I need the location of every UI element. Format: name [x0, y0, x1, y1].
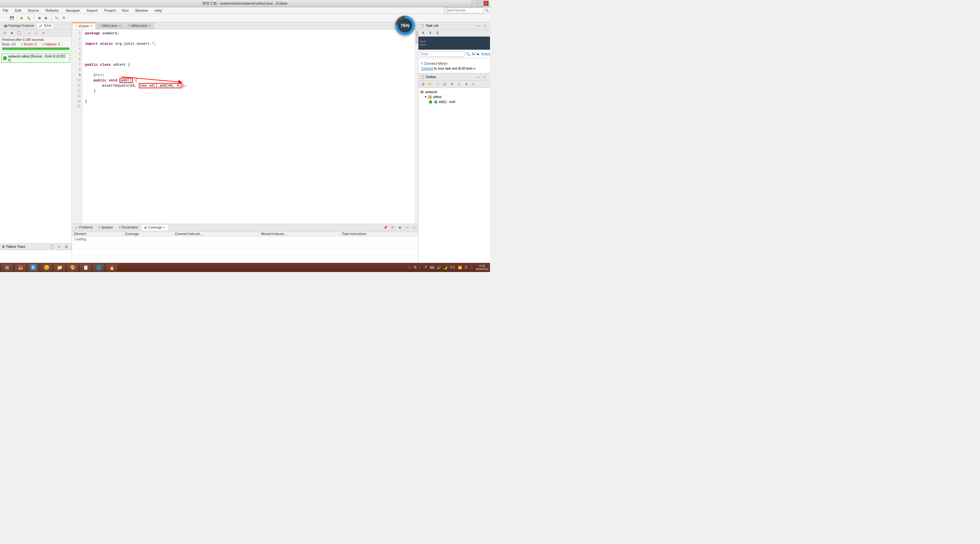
- junit-close-button[interactable]: ✕: [40, 30, 47, 36]
- junit-tests-list[interactable]: ✓ sedwork.sdtest [Runner: JUnit 4] (0.00…: [0, 52, 72, 243]
- mylyn-connect-link[interactable]: Connect: [421, 67, 433, 70]
- menu-search[interactable]: Search: [85, 8, 99, 13]
- code-line-13: [85, 94, 412, 99]
- outline-btn-7[interactable]: ⬇: [463, 81, 469, 88]
- outline-panel: 📋 Outline — □ ⊞ 📂 ↕ 🔗 ⬆ ● ⬇ ≡ 📦: [418, 73, 490, 263]
- tasks-maximize[interactable]: □: [482, 22, 488, 29]
- all-link[interactable]: All: [472, 52, 475, 56]
- activate-link[interactable]: Activate...: [481, 52, 490, 56]
- taskbar-app-eclipse[interactable]: 🌐: [93, 263, 105, 271]
- tasks-btn-3[interactable]: ☰: [434, 30, 441, 36]
- mylyn-find-input[interactable]: [420, 51, 465, 57]
- taskbar-app-folder[interactable]: 📁: [54, 263, 65, 271]
- code-line-7: public class sdtest {: [85, 62, 412, 67]
- tree-item-add[interactable]: m add() : void: [420, 99, 489, 104]
- coverage-pin-button[interactable]: 📌: [382, 224, 389, 231]
- failures-value: 0: [58, 43, 60, 46]
- bottom-tab-declaration[interactable]: ≡ Declaration: [116, 224, 141, 231]
- outline-btn-4[interactable]: 🔗: [441, 81, 448, 88]
- editor-tab-sdttest[interactable]: J sdttest.java ✕: [125, 22, 154, 29]
- tree-item-sdtest[interactable]: ▼ C sdtest: [420, 94, 489, 99]
- sd-java-close[interactable]: ✕: [90, 24, 93, 27]
- junit-test-item[interactable]: ✓ sedwork.sdtest [Runner: JUnit 4] (0.00…: [1, 54, 70, 63]
- close-button[interactable]: ✕: [484, 1, 489, 6]
- settings-button[interactable]: ⚙: [60, 15, 67, 21]
- back-button[interactable]: ◀: [36, 15, 43, 21]
- coverage-maximize-button[interactable]: □: [411, 224, 417, 231]
- menu-source[interactable]: Source: [27, 8, 40, 13]
- coverage-sync-button[interactable]: ⟳: [390, 224, 396, 231]
- sdttest-java-close[interactable]: ✕: [148, 24, 151, 27]
- sdtest-java-close[interactable]: ✕: [119, 24, 121, 27]
- forward-button[interactable]: ▶: [43, 15, 50, 21]
- menu-file[interactable]: File: [1, 8, 10, 13]
- coverage-collapse-button[interactable]: —: [404, 224, 410, 231]
- junit-maximize-button[interactable]: □: [33, 30, 40, 36]
- quick-access-area: 🔍: [444, 8, 489, 13]
- save-button[interactable]: 💾: [8, 15, 15, 21]
- taskbar-app-3[interactable]: 😊: [40, 263, 52, 271]
- taskbar-app-fox[interactable]: 🔥: [106, 263, 118, 271]
- menu-project[interactable]: Project: [103, 8, 117, 13]
- quick-access-input[interactable]: [444, 8, 484, 13]
- taskbar-app-tasks[interactable]: 📋: [80, 263, 91, 271]
- junit-history-button[interactable]: 📋: [16, 30, 22, 36]
- menu-help[interactable]: Help: [153, 8, 163, 13]
- tasks-btn-1[interactable]: ⬆: [420, 30, 426, 36]
- taskbar-app-firefox[interactable]: 🦊: [14, 263, 26, 271]
- outline-maximize[interactable]: □: [482, 74, 488, 80]
- sd-java-label: sd.java: [78, 24, 89, 28]
- minimize-button[interactable]: —: [472, 1, 477, 6]
- new-button[interactable]: 📄: [1, 15, 8, 21]
- javadoc-label: Javadoc: [101, 226, 113, 229]
- menu-refactor[interactable]: Refactor: [45, 8, 61, 13]
- editor-tab-sd[interactable]: J sd.java ✕: [73, 22, 96, 29]
- editor-tab-sdtest[interactable]: J sdtest.java ✕: [96, 22, 124, 29]
- junit-rerun-button[interactable]: ↺: [1, 30, 8, 36]
- taskbar-app-paint[interactable]: 🎨: [67, 263, 78, 271]
- coverage-tab-close[interactable]: ✕: [163, 226, 165, 229]
- junit-sep: [24, 30, 24, 36]
- outline-btn-3[interactable]: ↕: [434, 81, 441, 88]
- coverage-stop-button[interactable]: ■: [396, 224, 403, 231]
- run-button[interactable]: ▶: [19, 15, 25, 21]
- junit-progress-fill: [2, 48, 69, 50]
- tab-junit[interactable]: 🧪 JUnit: [37, 23, 54, 29]
- code-line-5: [85, 52, 412, 57]
- outline-btn-2[interactable]: 📂: [427, 81, 433, 88]
- failure-trace-next-button[interactable]: ⊞: [63, 244, 70, 250]
- code-editor[interactable]: package sedwork; import static org.junit…: [82, 29, 415, 223]
- outline-btn-1[interactable]: ⊞: [420, 81, 426, 88]
- junit-stop-button[interactable]: ■: [8, 30, 15, 36]
- debug-button[interactable]: 🐛: [26, 15, 32, 21]
- tab-package-explorer[interactable]: 📦 Package Explorer: [1, 23, 37, 29]
- bottom-tab-javadoc[interactable]: J Javadoc: [96, 224, 116, 231]
- center-area: J sd.java ✕ J sdtest.java ✕ J sdttest.ja…: [72, 22, 418, 263]
- menu-window[interactable]: Window: [134, 8, 149, 13]
- failure-trace-copy-button[interactable]: 📋: [49, 244, 55, 250]
- search-button[interactable]: 🔍: [53, 15, 60, 21]
- taskbar-start[interactable]: ⊞: [1, 263, 13, 271]
- tree-item-sedwork[interactable]: 📦 sedwork: [420, 89, 489, 94]
- outline-btn-6[interactable]: ●: [456, 81, 462, 88]
- menu-navigate[interactable]: Navigate: [64, 8, 81, 13]
- editor-scrollbar[interactable]: [415, 29, 418, 223]
- maximize-button[interactable]: □: [477, 1, 483, 6]
- menu-run[interactable]: Run: [121, 8, 130, 13]
- outline-header: 📋 Outline — □: [418, 73, 490, 81]
- bottom-tab-coverage[interactable]: ◉ Coverage ✕: [141, 224, 169, 231]
- outline-btn-8[interactable]: ≡: [470, 81, 477, 88]
- runs-value: 1/1: [11, 43, 16, 46]
- taskbar-app-k[interactable]: K: [27, 263, 39, 271]
- tasks-minimize[interactable]: —: [474, 22, 481, 29]
- info-icon: ℹ: [421, 61, 422, 65]
- junit-minimize-button[interactable]: —: [26, 30, 32, 36]
- bottom-tab-problems[interactable]: ⚠ Problems: [73, 224, 95, 231]
- editor-scroll-thumb[interactable]: [415, 31, 418, 44]
- outline-minimize[interactable]: —: [474, 74, 481, 80]
- tasks-btn-2[interactable]: ⬇: [427, 30, 433, 36]
- outline-btn-5[interactable]: ⬆: [449, 81, 455, 88]
- failure-trace-stack-button[interactable]: ≡: [56, 244, 62, 250]
- menu-edit[interactable]: Edit: [14, 8, 22, 13]
- status-keyboard: ⌨: [430, 266, 434, 270]
